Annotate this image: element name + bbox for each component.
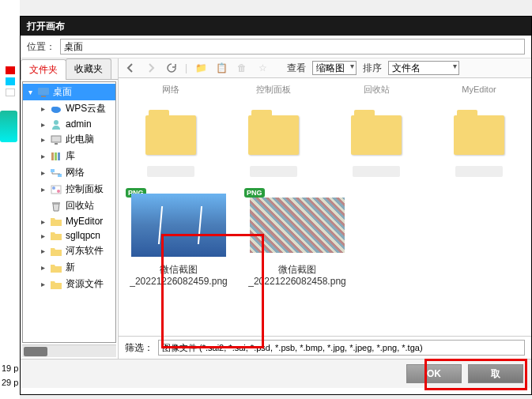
folder-thumb: [443, 107, 515, 163]
file-label: MyEditor: [435, 85, 523, 95]
tree-scroll[interactable]: ▾桌面▸WPS云盘▸admin▸此电脑▸库▸网络▸控制面板回收站▸MyEdito…: [22, 81, 116, 343]
file-label-blurred: [455, 166, 503, 177]
tab-favorites[interactable]: 收藏夹: [66, 58, 111, 79]
tree-arrow-icon[interactable]: ▸: [39, 135, 47, 144]
file-label-blurred: [250, 166, 297, 177]
tree-arrow-icon[interactable]: ▸: [39, 104, 47, 113]
view-label: 查看: [287, 62, 306, 75]
location-label: 位置：: [27, 40, 55, 54]
tree-arrow-icon[interactable]: ▸: [39, 263, 47, 272]
tree-bin-icon: [50, 201, 62, 212]
tree-arrow-icon[interactable]: ▸: [39, 217, 47, 226]
folder-icon: [248, 115, 299, 155]
tree-arrow-icon[interactable]: ▸: [39, 185, 47, 194]
tree-item-label: MyEditor: [66, 216, 103, 227]
star-icon: ☆: [255, 61, 270, 75]
folder-thumb: [135, 107, 206, 163]
tree-user-icon: [50, 119, 62, 130]
svg-rect-9: [58, 152, 60, 160]
nav-back-icon[interactable]: [123, 61, 138, 75]
tree-item-8[interactable]: ▸MyEditor: [23, 214, 115, 228]
delete-icon: 🗑: [235, 61, 249, 75]
file-label: 网络: [126, 85, 215, 95]
folder-thumb: [341, 107, 412, 163]
file-label: 回收站: [332, 85, 421, 95]
svg-point-4: [54, 120, 58, 125]
tree-item-0[interactable]: ▾桌面: [23, 84, 115, 100]
grid-label-item[interactable]: 控制面板: [226, 81, 321, 98]
file-label: 控制面板: [229, 85, 318, 95]
tree-arrow-icon[interactable]: ▸: [39, 120, 47, 129]
tree-item-10[interactable]: ▸河东软件: [23, 243, 115, 259]
folder-tree-panel: 文件夹 收藏夹 ▾桌面▸WPS云盘▸admin▸此电脑▸库▸网络▸控制面板回收站…: [21, 58, 119, 359]
tree-pc-icon: [50, 134, 62, 145]
tab-folders[interactable]: 文件夹: [21, 59, 66, 80]
folder-item[interactable]: [226, 104, 321, 180]
tree-folder-icon: [50, 262, 62, 273]
color-swatch-white[interactable]: [6, 88, 15, 96]
tree-item-label: 新: [66, 261, 75, 274]
tool-gradient[interactable]: [0, 111, 17, 142]
tree-arrow-icon[interactable]: ▸: [39, 280, 47, 288]
filter-label: 筛选：: [125, 341, 153, 355]
color-swatch-cyan[interactable]: [6, 77, 15, 85]
tree-net-icon: [50, 168, 62, 179]
refresh-icon[interactable]: [164, 61, 179, 75]
folder-thumb: [238, 107, 309, 163]
tree-item-2[interactable]: ▸admin: [23, 117, 115, 131]
dialog-titlebar[interactable]: 打开画布: [21, 17, 531, 36]
tree-arrow-icon[interactable]: ▸: [39, 152, 47, 160]
grid-label-item[interactable]: 网络: [123, 81, 218, 98]
tree-item-5[interactable]: ▸网络: [23, 164, 115, 181]
file-label-blurred: [353, 166, 400, 177]
svg-rect-6: [55, 143, 58, 145]
tree-item-3[interactable]: ▸此电脑: [23, 131, 115, 148]
tree-arrow-icon[interactable]: ▾: [26, 88, 34, 96]
tree-item-4[interactable]: ▸库: [23, 148, 115, 164]
tree-item-label: 河东软件: [66, 244, 104, 258]
tree-hscroll-thumb[interactable]: [24, 347, 47, 356]
svg-rect-10: [51, 169, 55, 172]
sort-select[interactable]: 文件名: [388, 61, 459, 75]
tree-folder-icon: [50, 216, 62, 227]
tree-arrow-icon[interactable]: ▸: [39, 247, 47, 255]
tree-tabs: 文件夹 收藏夹: [21, 58, 118, 80]
tree-item-label: sgllqpcn: [66, 230, 100, 241]
toolbar-sep: |: [185, 62, 187, 73]
location-input[interactable]: [60, 39, 525, 55]
tree-item-9[interactable]: ▸sgllqpcn: [23, 228, 115, 243]
tree-hscrollbar[interactable]: [22, 344, 116, 357]
svg-point-3: [51, 107, 56, 111]
tree-arrow-icon[interactable]: ▸: [39, 231, 47, 240]
tree-arrow-icon[interactable]: ▸: [39, 168, 47, 177]
folder-item[interactable]: [432, 104, 526, 180]
tree-item-12[interactable]: ▸资源文件: [23, 276, 115, 292]
tree-item-11[interactable]: ▸新: [23, 259, 115, 276]
dialog-title: 打开画布: [27, 21, 65, 32]
svg-rect-7: [51, 152, 54, 160]
folder-item[interactable]: [123, 104, 218, 180]
tree-desktop-icon: [37, 87, 50, 98]
view-select[interactable]: 缩略图: [312, 61, 357, 75]
tree-item-1[interactable]: ▸WPS云盘: [23, 100, 115, 117]
open-canvas-dialog: 打开画布 位置： 文件夹 收藏夹 ▾桌面▸WPS云盘▸admin▸此电脑▸库▸网…: [20, 16, 532, 395]
svg-rect-5: [51, 136, 61, 142]
bg-value-19: 19 p: [2, 363, 18, 373]
folder-item[interactable]: [329, 104, 424, 180]
tree-item-7[interactable]: 回收站: [23, 198, 115, 214]
tree-folder-icon: [50, 230, 62, 241]
tree-ctrl-icon: [50, 184, 62, 195]
tree-item-label: admin: [66, 119, 92, 130]
tree-item-6[interactable]: ▸控制面板: [23, 181, 115, 198]
tree-item-label: WPS云盘: [66, 102, 106, 115]
tree-item-label: 网络: [66, 166, 85, 179]
svg-rect-8: [55, 152, 57, 160]
grid-label-item[interactable]: MyEditor: [432, 81, 526, 98]
sort-label: 排序: [363, 62, 382, 75]
tree-item-label: 此电脑: [66, 133, 94, 146]
color-swatch-red[interactable]: [6, 66, 15, 74]
tree-list: ▾桌面▸WPS云盘▸admin▸此电脑▸库▸网络▸控制面板回收站▸MyEdito…: [23, 82, 115, 294]
svg-point-13: [57, 190, 60, 193]
tree-item-label: 库: [66, 149, 75, 163]
grid-label-item[interactable]: 回收站: [329, 81, 424, 98]
